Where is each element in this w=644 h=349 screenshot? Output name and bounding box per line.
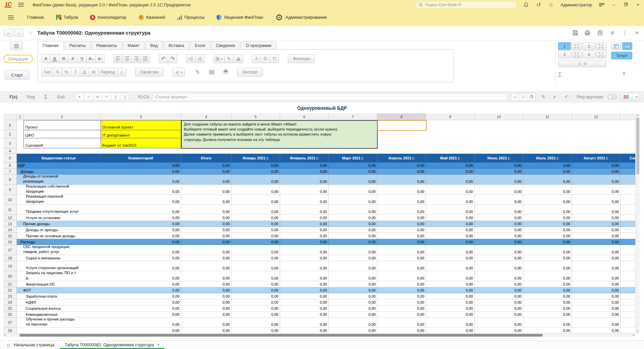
cell[interactable]: 0,00 [377, 271, 426, 281]
selected-cell[interactable] [377, 120, 427, 131]
row-header[interactable]: 9 [3, 185, 17, 195]
info-value-cell[interactable]: Бюджет от 1кв2021 [101, 138, 181, 148]
row-header[interactable]: 22 [3, 287, 17, 293]
more-actions-icon[interactable]: ⋮ [622, 30, 628, 36]
cell[interactable]: 0,00 [572, 162, 621, 168]
row-header[interactable]: 4 [3, 148, 17, 154]
decrease-font-button[interactable]: A▾ [96, 54, 105, 63]
cell[interactable]: 0,00 [523, 299, 572, 305]
cell[interactable]: 0,00 [377, 305, 426, 311]
cell[interactable]: 0,00 [101, 261, 181, 271]
favorites-star-icon[interactable]: ☆ [548, 2, 554, 8]
cell[interactable]: 0,00 [426, 293, 475, 299]
tab-svedeniya[interactable]: Сведения [211, 41, 240, 50]
cell[interactable]: 0,00 [101, 162, 181, 168]
cell[interactable]: 0,00 [329, 174, 377, 185]
cell[interactable]: 0,00 [329, 185, 377, 195]
cell[interactable]: 0,00 [523, 233, 572, 239]
cell[interactable]: 0,00 [329, 281, 377, 287]
cell[interactable]: 0,00 [475, 293, 523, 299]
info-value-cell[interactable]: IT департамент [101, 130, 181, 138]
page-1-button[interactable]: 1 [558, 42, 571, 50]
cell[interactable]: 0,00 [426, 261, 475, 271]
cell[interactable]: 0,00 [426, 281, 475, 287]
row-label[interactable]: Доходы от аренды [17, 227, 101, 233]
cell[interactable]: 0,00 [523, 245, 572, 255]
cell[interactable]: 0,00 [329, 261, 377, 271]
cell[interactable]: 0,00 [181, 185, 231, 195]
cell[interactable] [17, 120, 23, 130]
expand-formula-button[interactable] [527, 93, 535, 101]
cell[interactable]: 0,00 [377, 174, 426, 185]
column-header[interactable]: 4 [181, 113, 231, 120]
scroll-right-arrow[interactable]: ▸ [633, 334, 635, 337]
row-header[interactable]: 25 [3, 305, 17, 311]
cell[interactable]: 0,00 [101, 221, 181, 227]
row-label[interactable]: Заработная плата [17, 293, 101, 299]
sub-button[interactable]: Sub [57, 94, 65, 99]
row-header[interactable]: 16 [3, 239, 17, 245]
cell[interactable]: 0,00 [280, 287, 329, 293]
open-paren-button[interactable]: ( [111, 93, 120, 101]
row-label[interactable]: Реализация покупной продукции [17, 195, 101, 205]
cell[interactable]: 0,00 [329, 305, 377, 311]
cell[interactable]: 0,00 [101, 239, 181, 245]
date-format-button[interactable]: Д [80, 68, 89, 77]
row-header[interactable]: 27 [3, 317, 17, 328]
cell[interactable]: 0,00 [101, 185, 181, 195]
column-header[interactable]: 3 [101, 113, 181, 120]
column-header[interactable]: 7 [329, 113, 377, 120]
cell[interactable]: 0,00 [523, 205, 572, 215]
row-label[interactable]: Прочие не основные доходы [17, 233, 101, 239]
cell[interactable]: 0,00 [231, 255, 280, 261]
cell[interactable] [17, 148, 640, 154]
cell[interactable]: 0,00 [329, 293, 377, 299]
cell[interactable]: 0,00 [181, 162, 231, 168]
table-header-cell[interactable]: Июнь 2021 г. [475, 154, 523, 162]
cell[interactable]: 0,00 [377, 239, 426, 245]
bold-button[interactable]: Ж [59, 54, 68, 63]
cell[interactable]: 0,00 [280, 299, 329, 305]
spinner-control[interactable]: ▴▾ [519, 93, 527, 101]
vertical-scroll-thumb[interactable] [636, 117, 639, 174]
cell[interactable]: 0,00 [280, 195, 329, 205]
row-header[interactable]: 20 [3, 271, 17, 281]
cell[interactable]: 0,00 [572, 168, 621, 174]
cell[interactable]: 0,00 [101, 305, 181, 311]
close-tab-icon[interactable]: × [157, 342, 160, 347]
cell[interactable]: 0,00 [572, 305, 621, 311]
save-document-button[interactable] [10, 42, 23, 50]
undo-button[interactable]: ↶ [159, 54, 168, 63]
snapshot-button[interactable] [622, 42, 632, 50]
cell[interactable]: 0,00 [523, 195, 572, 205]
cell[interactable]: 0,00 [181, 261, 231, 271]
period-format-button[interactable]: Период [98, 68, 117, 77]
current-user[interactable]: Администратор [560, 2, 592, 7]
page-4-button[interactable]: 4 [583, 51, 595, 58]
cell[interactable]: 0,00 [475, 305, 523, 311]
cell[interactable]: 0,00 [181, 293, 231, 299]
cell[interactable]: 0,00 [231, 317, 280, 328]
page-3-button[interactable]: 3 [558, 51, 571, 58]
tab-vid[interactable]: Вид [145, 41, 163, 50]
cell[interactable]: 0,00 [377, 205, 426, 215]
cell[interactable]: 0,00 [523, 311, 572, 317]
cell[interactable]: 0,00 [329, 195, 377, 205]
restore-button[interactable] [623, 2, 629, 7]
cell[interactable]: 0,00 [101, 215, 181, 221]
cell[interactable]: 0,00 [475, 299, 523, 305]
cell[interactable]: 0,00 [426, 287, 475, 293]
cell[interactable]: 0,00 [572, 205, 621, 215]
align-right-button[interactable] [132, 54, 141, 63]
column-header[interactable]: 6 [280, 113, 329, 120]
cell[interactable]: 0,00 [523, 185, 572, 195]
cell[interactable]: 0,00 [572, 195, 621, 205]
cell[interactable]: 0,00 [426, 255, 475, 261]
type-format-button[interactable]: Тип [41, 68, 53, 77]
cell[interactable]: 0,00 [181, 195, 231, 205]
form-view-button[interactable] [611, 42, 621, 50]
cell[interactable]: 0,00 [280, 185, 329, 195]
font-color-button[interactable]: A [50, 54, 59, 63]
table-header-cell[interactable]: Бюджетная статья [17, 154, 101, 162]
row-header[interactable]: 6 [3, 162, 17, 168]
